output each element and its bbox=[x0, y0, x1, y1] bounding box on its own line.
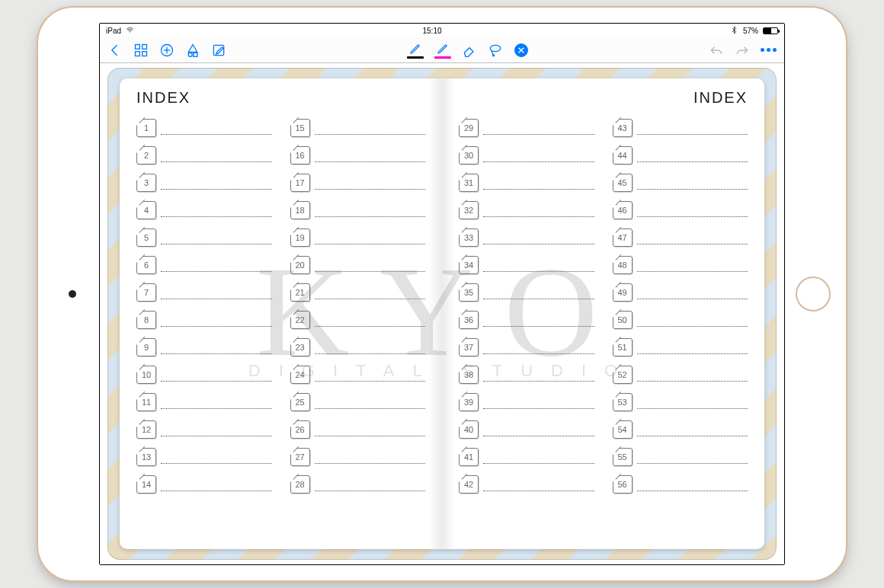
more-button[interactable] bbox=[761, 48, 777, 52]
index-row[interactable]: 50 bbox=[613, 308, 748, 329]
index-row[interactable]: 32 bbox=[459, 198, 594, 219]
index-row[interactable]: 20 bbox=[290, 253, 426, 274]
index-line[interactable] bbox=[637, 463, 748, 464]
index-row[interactable]: 33 bbox=[459, 225, 594, 247]
index-line[interactable] bbox=[315, 216, 426, 217]
index-row[interactable]: 18 bbox=[290, 198, 426, 219]
index-line[interactable] bbox=[315, 271, 426, 272]
index-line[interactable] bbox=[315, 189, 426, 190]
index-line[interactable] bbox=[315, 408, 426, 409]
index-tab[interactable]: 31 bbox=[459, 174, 479, 192]
lasso-tool-button[interactable] bbox=[488, 43, 503, 58]
index-line[interactable] bbox=[483, 381, 594, 382]
index-row[interactable]: 23 bbox=[290, 335, 426, 356]
index-line[interactable] bbox=[637, 408, 748, 409]
index-line[interactable] bbox=[161, 408, 272, 409]
index-row[interactable]: 21 bbox=[290, 280, 426, 302]
index-row[interactable]: 2 bbox=[136, 143, 272, 165]
index-line[interactable] bbox=[483, 353, 594, 354]
index-tab[interactable]: 4 bbox=[136, 201, 156, 219]
index-row[interactable]: 51 bbox=[613, 335, 748, 356]
index-row[interactable]: 29 bbox=[459, 116, 594, 137]
index-row[interactable]: 12 bbox=[136, 417, 272, 439]
index-line[interactable] bbox=[161, 353, 272, 354]
index-row[interactable]: 53 bbox=[613, 390, 748, 411]
index-tab[interactable]: 24 bbox=[290, 366, 310, 384]
index-row[interactable]: 44 bbox=[613, 143, 748, 165]
index-row[interactable]: 13 bbox=[136, 445, 272, 466]
index-line[interactable] bbox=[483, 244, 594, 244]
index-row[interactable]: 48 bbox=[613, 253, 748, 274]
highlighter-tool-button[interactable] bbox=[434, 42, 451, 59]
index-line[interactable] bbox=[161, 161, 272, 162]
index-row[interactable]: 56 bbox=[613, 472, 748, 494]
index-row[interactable]: 14 bbox=[136, 472, 272, 494]
index-row[interactable]: 11 bbox=[136, 390, 272, 411]
index-tab[interactable]: 7 bbox=[136, 283, 156, 302]
index-tab[interactable]: 20 bbox=[290, 256, 310, 274]
index-line[interactable] bbox=[161, 326, 272, 327]
index-row[interactable]: 3 bbox=[136, 171, 272, 192]
index-row[interactable]: 30 bbox=[459, 143, 594, 165]
index-tab[interactable]: 36 bbox=[459, 311, 479, 329]
index-tab[interactable]: 8 bbox=[136, 311, 156, 329]
index-row[interactable]: 24 bbox=[290, 363, 426, 384]
index-tab[interactable]: 5 bbox=[136, 228, 156, 247]
index-line[interactable] bbox=[161, 134, 272, 135]
index-row[interactable]: 39 bbox=[459, 390, 594, 411]
index-tab[interactable]: 41 bbox=[459, 448, 479, 466]
index-row[interactable]: 27 bbox=[290, 445, 426, 466]
index-line[interactable] bbox=[161, 244, 272, 244]
index-line[interactable] bbox=[483, 299, 594, 299]
index-tab[interactable]: 21 bbox=[290, 283, 310, 302]
index-line[interactable] bbox=[315, 326, 426, 327]
index-line[interactable] bbox=[483, 436, 594, 436]
index-tab[interactable]: 11 bbox=[136, 393, 156, 411]
index-line[interactable] bbox=[315, 244, 426, 244]
index-line[interactable] bbox=[483, 216, 594, 217]
redo-button[interactable] bbox=[735, 43, 750, 58]
index-line[interactable] bbox=[637, 244, 748, 244]
index-row[interactable]: 22 bbox=[290, 308, 426, 329]
index-line[interactable] bbox=[483, 161, 594, 162]
index-line[interactable] bbox=[637, 271, 748, 272]
index-tab[interactable]: 32 bbox=[459, 201, 479, 219]
index-tab[interactable]: 2 bbox=[136, 146, 156, 165]
index-line[interactable] bbox=[637, 134, 748, 135]
index-row[interactable]: 17 bbox=[290, 171, 426, 192]
index-row[interactable]: 16 bbox=[290, 143, 426, 165]
left-page[interactable]: INDEX 1234567891011121314 15161718192021… bbox=[120, 78, 442, 549]
index-line[interactable] bbox=[315, 491, 426, 491]
index-row[interactable]: 42 bbox=[459, 472, 594, 494]
index-tab[interactable]: 16 bbox=[290, 146, 310, 165]
home-button[interactable] bbox=[796, 276, 831, 312]
index-tab[interactable]: 30 bbox=[459, 146, 479, 165]
index-tab[interactable]: 55 bbox=[613, 448, 633, 466]
index-line[interactable] bbox=[637, 381, 748, 382]
thumbnails-button[interactable] bbox=[133, 43, 149, 58]
index-row[interactable]: 47 bbox=[613, 225, 748, 247]
index-line[interactable] bbox=[161, 436, 272, 436]
index-line[interactable] bbox=[161, 189, 272, 190]
index-line[interactable] bbox=[637, 436, 748, 436]
index-row[interactable]: 6 bbox=[136, 253, 272, 274]
index-tab[interactable]: 6 bbox=[136, 256, 156, 274]
index-row[interactable]: 49 bbox=[613, 280, 748, 302]
index-tab[interactable]: 14 bbox=[136, 475, 156, 494]
index-line[interactable] bbox=[483, 408, 594, 409]
index-line[interactable] bbox=[483, 463, 594, 464]
index-tab[interactable]: 56 bbox=[613, 475, 633, 494]
index-tab[interactable]: 50 bbox=[613, 311, 633, 329]
index-line[interactable] bbox=[483, 491, 594, 491]
index-line[interactable] bbox=[161, 491, 272, 491]
document-canvas[interactable]: INDEX 1234567891011121314 15161718192021… bbox=[100, 63, 784, 564]
index-tab[interactable]: 9 bbox=[136, 338, 156, 356]
index-tab[interactable]: 44 bbox=[613, 146, 633, 165]
index-tab[interactable]: 37 bbox=[459, 338, 479, 356]
index-line[interactable] bbox=[483, 271, 594, 272]
pen-tool-button[interactable] bbox=[407, 42, 424, 59]
index-tab[interactable]: 10 bbox=[136, 366, 156, 384]
index-tab[interactable]: 25 bbox=[290, 393, 310, 411]
index-tab[interactable]: 39 bbox=[459, 393, 479, 411]
index-tab[interactable]: 46 bbox=[613, 201, 633, 219]
